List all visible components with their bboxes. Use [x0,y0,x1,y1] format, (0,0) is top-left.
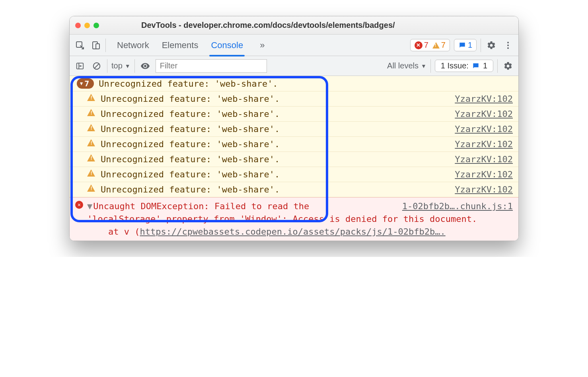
console-warning-row[interactable]: Unrecognized feature: 'web-share'. Yzarz… [70,167,518,182]
svg-point-5 [507,47,509,49]
warning-message: Unrecognized feature: 'web-share'. [101,94,280,104]
warning-icon [87,154,95,161]
filter-input[interactable] [156,59,267,73]
source-link[interactable]: YzarzKV:102 [455,124,513,134]
issues-status[interactable]: 1 [454,39,477,51]
issues-count: 1 [458,41,472,50]
error-text-1: Uncaught DOMException: Failed to read th… [93,201,309,211]
group-message: Unrecognized feature: 'web-share'. [99,79,278,89]
console-warning-row[interactable]: Unrecognized feature: 'web-share'. Yzarz… [70,122,518,137]
warning-count: 7 [432,41,446,50]
chevron-down-icon: ▼ [80,81,83,86]
warning-message: Unrecognized feature: 'web-share'. [101,109,280,119]
context-selector[interactable]: top ▼ [111,61,130,70]
console-warning-row[interactable]: Unrecognized feature: 'web-share'. Yzarz… [70,182,518,197]
more-tabs-icon[interactable]: » [260,40,265,51]
device-toggle-icon[interactable] [90,39,102,52]
source-link[interactable]: YzarzKV:102 [455,94,513,104]
divider [497,59,498,73]
warning-message: Unrecognized feature: 'web-share'. [101,169,280,179]
console-warning-row[interactable]: Unrecognized feature: 'web-share'. Yzarz… [70,107,518,122]
error-warning-status[interactable]: ✕ 7 7 [410,39,450,51]
svg-point-4 [507,45,509,46]
chevron-down-icon[interactable]: ▼ [87,201,92,211]
source-link[interactable]: 1-02bfb2b….chunk.js:1 [402,200,513,213]
console-warning-row[interactable]: Unrecognized feature: 'web-share'. Yzarz… [70,91,518,107]
error-icon: ✕ [415,41,423,49]
source-link[interactable]: YzarzKV:102 [455,185,513,194]
source-link[interactable]: YzarzKV:102 [455,109,513,119]
minimize-icon[interactable] [84,23,90,28]
warning-group-header[interactable]: ▼ 7 Unrecognized feature: 'web-share'. [70,76,518,91]
stack-link[interactable]: https://cpwebassets.codepen.io/assets/pa… [140,227,445,237]
divider [481,39,481,52]
maximize-icon[interactable] [93,23,99,28]
chat-icon [458,41,466,49]
tab-network[interactable]: Network [116,35,150,55]
warning-icon [87,185,95,192]
error-count: ✕ 7 [415,41,428,50]
svg-point-3 [507,42,509,43]
inspect-icon[interactable] [74,39,86,52]
close-icon[interactable] [75,23,81,28]
source-link[interactable]: YzarzKV:102 [455,154,513,164]
svg-rect-2 [96,44,99,49]
warning-message: Unrecognized feature: 'web-share'. [101,124,280,134]
console-warning-row[interactable]: Unrecognized feature: 'web-share'. Yzarz… [70,137,518,152]
error-text-2: 'localStorage' property from 'Window': A… [87,214,477,224]
console-settings-icon[interactable] [502,60,514,72]
warning-message: Unrecognized feature: 'web-share'. [101,185,280,194]
console-output: ▼ 7 Unrecognized feature: 'web-share'. U… [70,76,518,241]
warning-message: Unrecognized feature: 'web-share'. [101,139,280,149]
log-levels-selector[interactable]: All levels ▼ [387,61,426,70]
console-warning-row[interactable]: Unrecognized feature: 'web-share'. Yzarz… [70,152,518,167]
traffic-lights [75,23,99,28]
warning-icon [87,169,95,177]
tab-console[interactable]: Console [210,35,244,55]
console-filter-bar: top ▼ All levels ▼ 1 Issue: 1 [70,56,518,76]
warning-icon [87,139,95,146]
tab-elements[interactable]: Elements [161,35,199,55]
source-link[interactable]: YzarzKV:102 [455,139,513,149]
group-count-badge: ▼ 7 [77,78,94,89]
live-expression-icon[interactable] [139,60,152,72]
divider [134,59,135,73]
sidebar-toggle-icon[interactable] [74,60,86,72]
kebab-menu-icon[interactable] [502,39,514,52]
source-link[interactable]: YzarzKV:102 [455,169,513,179]
chat-icon [472,62,480,70]
stack-prefix: at v ( [108,227,140,237]
divider [105,39,106,52]
console-error-row[interactable]: ✕ 1-02bfb2b….chunk.js:1 ▼Uncaught DOMExc… [70,197,518,241]
main-toolbar: Network Elements Console » ✕ 7 7 1 [70,35,518,56]
warning-icon [87,94,95,101]
settings-icon[interactable] [485,39,498,52]
warning-icon [432,42,440,49]
chevron-down-icon: ▼ [125,63,130,69]
clear-console-icon[interactable] [90,60,103,72]
titlebar: DevTools - developer.chrome.com/docs/dev… [70,16,518,35]
window-title: DevTools - developer.chrome.com/docs/dev… [109,21,513,30]
warning-message: Unrecognized feature: 'web-share'. [101,154,280,164]
panel-tabs: Network Elements Console » [116,35,265,55]
chevron-down-icon: ▼ [421,63,426,69]
issues-button[interactable]: 1 Issue: 1 [435,60,493,72]
warning-icon [87,109,95,116]
devtools-window: DevTools - developer.chrome.com/docs/dev… [69,16,519,241]
error-icon: ✕ [75,201,83,209]
divider [107,59,107,73]
warning-icon [87,124,95,131]
divider [430,59,431,73]
